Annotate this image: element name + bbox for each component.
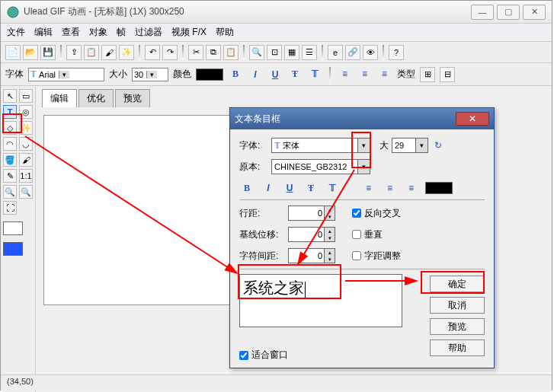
menu-frame[interactable]: 帧	[117, 26, 126, 39]
menu-object[interactable]: 对象	[89, 26, 107, 39]
smartlasso-tool[interactable]: ◡	[19, 137, 33, 151]
menu-view[interactable]: 查看	[62, 26, 80, 39]
tool-palette: ↖▭ T◎ ◇✨ ◠◡ 🪣🖌 ✎1:1 🔍🔍 ⛶	[1, 86, 36, 392]
dlg-italic-button[interactable]: I	[261, 181, 276, 195]
tab-optimize[interactable]: 优化	[78, 89, 114, 107]
doc-tabs: 编辑 优化 预览	[39, 89, 549, 107]
canvas[interactable]	[43, 115, 257, 305]
menu-file[interactable]: 文件	[7, 26, 25, 39]
maximize-button[interactable]: ▢	[497, 5, 520, 20]
align-right-button[interactable]: ≡	[377, 68, 392, 81]
size-combo[interactable]: 30▾	[132, 68, 168, 81]
wizard-button[interactable]: 📋	[84, 45, 99, 60]
brush-tool[interactable]: 🖌	[19, 153, 33, 167]
tab-preview[interactable]: 预览	[115, 89, 150, 107]
wand-tool[interactable]: ✨	[19, 121, 33, 135]
dlg-charspace-label: 字符间距:	[239, 250, 285, 263]
cut-button[interactable]: ✂	[188, 45, 203, 60]
dlg-font-combo[interactable]: 𝕋 宋体▾	[271, 138, 370, 153]
bold-button[interactable]: B	[228, 68, 243, 81]
refresh-icon[interactable]: ↻	[434, 140, 442, 151]
copy-button[interactable]: ⧉	[206, 45, 221, 60]
redo-button[interactable]: ↷	[162, 45, 178, 60]
new-button[interactable]: 📄	[5, 45, 21, 60]
dlg-charset-combo[interactable]: CHINESE_GB2312▾	[271, 159, 370, 174]
dlg-underline-button[interactable]: U	[282, 181, 297, 195]
crop-tool[interactable]: ⛶	[3, 201, 17, 215]
font-combo[interactable]: 𝕋 Arial▾	[28, 68, 104, 81]
fit-button[interactable]: ⊡	[267, 45, 282, 60]
type-a-button[interactable]: ⊞	[420, 67, 435, 82]
dlg-color-swatch[interactable]	[425, 182, 453, 194]
menu-edit[interactable]: 编辑	[34, 26, 53, 39]
web-button[interactable]: e	[328, 45, 343, 60]
export-button[interactable]: ⇪	[66, 45, 82, 60]
dlg-help-button[interactable]: 帮助	[430, 339, 485, 356]
dlg-text-input[interactable]: 系统之家	[239, 274, 402, 327]
tab-edit[interactable]: 编辑	[42, 89, 77, 107]
outline-button[interactable]: 𝕋	[307, 68, 322, 81]
app-icon	[7, 6, 19, 18]
dlg-cancel-button[interactable]: 取消	[430, 297, 485, 314]
save-button[interactable]: 💾	[40, 45, 56, 60]
strike-button[interactable]: Ŧ	[287, 68, 303, 81]
dlg-baseline-label: 基线位移:	[239, 228, 285, 241]
dlg-align-left[interactable]: ≡	[361, 181, 376, 195]
type-b-button[interactable]: ⊟	[440, 67, 455, 82]
dlg-size-combo[interactable]: 29▾	[392, 138, 428, 153]
link-button[interactable]: 🔗	[345, 45, 360, 60]
zoomin-tool[interactable]: 🔍	[3, 185, 17, 199]
lasso-tool[interactable]: ◠	[3, 137, 17, 151]
dlg-line-spin[interactable]: 0▴▾	[288, 206, 335, 221]
select-rect-tool[interactable]: ▭	[19, 89, 33, 103]
fg-swatch[interactable]	[3, 242, 23, 256]
actual-size-tool[interactable]: 1:1	[19, 169, 33, 183]
help-button[interactable]: ?	[389, 45, 404, 60]
close-button[interactable]: ✕	[523, 5, 546, 20]
dialog-close-button[interactable]: ✕	[456, 112, 489, 126]
underline-button[interactable]: U	[267, 68, 283, 81]
dlg-ok-button[interactable]: 确定	[430, 276, 485, 292]
shape-tool[interactable]: ◇	[3, 121, 17, 135]
open-button[interactable]: 📂	[23, 45, 38, 60]
align-center-button[interactable]: ≡	[357, 68, 373, 81]
magic-button[interactable]: ✨	[119, 45, 134, 60]
svg-point-0	[8, 7, 18, 18]
paste-button[interactable]: 📋	[223, 45, 239, 60]
dlg-reverse-check[interactable]: 反向交叉	[352, 207, 401, 220]
main-window: Ulead GIF 动画 - [无标题] (1X) 300x250 — ▢ ✕ …	[0, 0, 552, 390]
dlg-vertical-check[interactable]: 垂直	[352, 228, 383, 241]
dlg-kerning-check[interactable]: 字距调整	[352, 250, 401, 263]
bg-swatch[interactable]	[3, 221, 23, 235]
undo-button[interactable]: ↶	[145, 45, 160, 60]
preview-button[interactable]: 👁	[363, 45, 378, 60]
zoomout-tool[interactable]: 🔍	[19, 185, 33, 199]
fill-tool[interactable]: 🪣	[3, 153, 17, 167]
dlg-orig-label: 原本:	[239, 161, 268, 174]
color-swatch[interactable]	[196, 69, 223, 81]
eyedrop-tool[interactable]: ✎	[3, 169, 17, 183]
menu-help[interactable]: 帮助	[216, 26, 234, 39]
dlg-outline-button[interactable]: 𝕋	[325, 181, 340, 195]
italic-button[interactable]: I	[248, 68, 263, 81]
zoom-button[interactable]: 🔍	[249, 45, 264, 60]
dlg-bold-button[interactable]: B	[239, 181, 255, 195]
dlg-strike-button[interactable]: Ŧ	[303, 181, 319, 195]
dlg-align-right[interactable]: ≡	[404, 181, 419, 195]
color-label: 颜色	[173, 68, 191, 81]
minimize-button[interactable]: —	[471, 5, 494, 20]
layers-button[interactable]: ☰	[302, 45, 317, 60]
dialog-title: 文本条目框	[235, 113, 280, 126]
menu-videofx[interactable]: 视频 F/X	[171, 26, 207, 39]
dlg-charspace-spin[interactable]: 0▴▾	[288, 248, 335, 263]
dlg-baseline-spin[interactable]: 0▴▾	[288, 227, 335, 242]
align-left-button[interactable]: ≡	[338, 68, 353, 81]
arrow-tool[interactable]: ↖	[3, 89, 17, 103]
dlg-preview-button[interactable]: 预览	[430, 318, 485, 335]
grid-button[interactable]: ▦	[284, 45, 299, 60]
brush-button[interactable]: 🖌	[101, 45, 117, 60]
text-tool[interactable]: T	[3, 105, 17, 119]
menu-filter[interactable]: 过滤器	[135, 26, 162, 39]
dlg-align-center[interactable]: ≡	[383, 181, 398, 195]
target-tool[interactable]: ◎	[19, 105, 33, 119]
